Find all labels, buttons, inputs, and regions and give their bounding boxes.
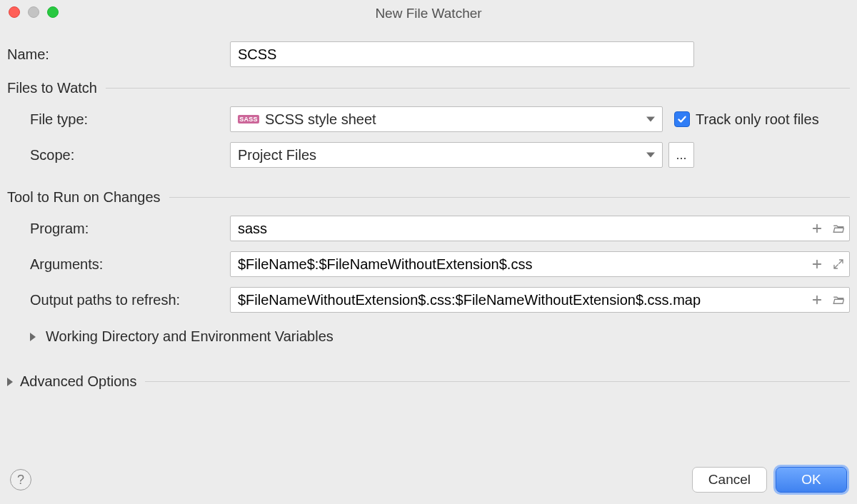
advanced-options-expander[interactable]: Advanced Options bbox=[7, 373, 850, 390]
browse-button[interactable] bbox=[828, 288, 849, 312]
track-root-files-label: Track only root files bbox=[696, 111, 819, 128]
title-bar: New File Watcher bbox=[0, 0, 857, 24]
ellipsis-icon: ... bbox=[676, 148, 686, 163]
sass-file-icon: SASS bbox=[238, 113, 259, 126]
working-directory-label: Working Directory and Environment Variab… bbox=[46, 328, 334, 345]
help-button[interactable]: ? bbox=[10, 469, 31, 490]
program-input[interactable] bbox=[230, 216, 850, 241]
section-divider bbox=[145, 381, 850, 382]
plus-icon bbox=[811, 222, 823, 235]
arguments-input-field[interactable] bbox=[238, 256, 799, 273]
browse-button[interactable] bbox=[828, 216, 849, 241]
triangle-right-icon bbox=[30, 333, 36, 341]
chevron-down-icon bbox=[646, 153, 655, 158]
insert-macro-button[interactable] bbox=[806, 216, 828, 241]
scope-dropdown[interactable]: Project Files bbox=[230, 142, 663, 168]
maximize-window-button[interactable] bbox=[47, 6, 59, 18]
expand-icon bbox=[832, 258, 845, 271]
expand-button[interactable] bbox=[828, 252, 849, 276]
tool-to-run-label: Tool to Run on Changes bbox=[7, 189, 161, 206]
window-traffic-lights bbox=[9, 6, 59, 18]
section-divider bbox=[169, 197, 850, 198]
files-to-watch-label: Files to Watch bbox=[7, 80, 97, 96]
output-paths-input[interactable] bbox=[230, 287, 850, 313]
file-type-label: File type: bbox=[7, 111, 230, 128]
ok-button[interactable]: OK bbox=[776, 467, 847, 493]
arguments-label: Arguments: bbox=[7, 256, 230, 273]
minimize-window-button[interactable] bbox=[28, 6, 39, 18]
file-type-dropdown[interactable]: SASS SCSS style sheet bbox=[230, 106, 663, 132]
insert-macro-button[interactable] bbox=[806, 288, 828, 312]
files-to-watch-section-header: Files to Watch bbox=[7, 80, 850, 96]
plus-icon bbox=[811, 258, 823, 271]
name-input-field[interactable] bbox=[238, 46, 686, 63]
tool-to-run-section-header: Tool to Run on Changes bbox=[7, 189, 850, 206]
triangle-right-icon bbox=[7, 378, 13, 386]
insert-macro-button[interactable] bbox=[806, 252, 828, 276]
help-icon: ? bbox=[17, 473, 24, 488]
dialog-footer: ? Cancel OK bbox=[0, 463, 857, 504]
file-type-value: SCSS style sheet bbox=[265, 111, 376, 128]
chevron-down-icon bbox=[646, 117, 655, 122]
folder-open-icon bbox=[832, 222, 845, 235]
folder-open-icon bbox=[832, 293, 845, 306]
name-label: Name: bbox=[7, 46, 230, 63]
cancel-button[interactable]: Cancel bbox=[692, 467, 767, 493]
output-paths-input-field[interactable] bbox=[238, 292, 799, 308]
arguments-input[interactable] bbox=[230, 251, 850, 277]
output-paths-label: Output paths to refresh: bbox=[7, 292, 230, 308]
program-label: Program: bbox=[7, 221, 230, 237]
scope-label: Scope: bbox=[7, 147, 230, 163]
scope-browse-button[interactable]: ... bbox=[668, 142, 694, 168]
advanced-options-label: Advanced Options bbox=[20, 373, 136, 390]
checkbox-checked-icon bbox=[674, 111, 690, 127]
close-window-button[interactable] bbox=[9, 6, 20, 18]
name-input[interactable] bbox=[230, 41, 694, 67]
working-directory-expander[interactable]: Working Directory and Environment Variab… bbox=[30, 328, 850, 345]
plus-icon bbox=[811, 293, 823, 306]
section-divider bbox=[106, 88, 850, 89]
window-title: New File Watcher bbox=[375, 6, 481, 21]
track-root-files-checkbox[interactable]: Track only root files bbox=[674, 111, 819, 128]
program-input-field[interactable] bbox=[238, 221, 799, 237]
scope-value: Project Files bbox=[238, 147, 316, 163]
